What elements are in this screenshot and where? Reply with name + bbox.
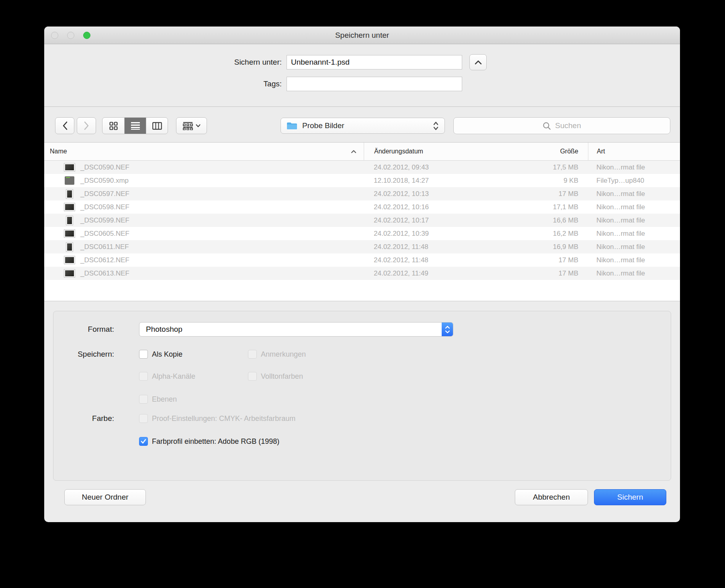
finder-toolbar: Probe Bilder Suchen: [44, 107, 680, 142]
format-select[interactable]: Photoshop: [139, 322, 453, 337]
save-dialog-window: Speichern unter Sichern unter: Tags:: [44, 27, 680, 522]
checkbox-box: [139, 350, 148, 359]
file-row[interactable]: _DSC0590.NEF 24.02.2012, 09:43 17,5 MB N…: [44, 161, 680, 174]
column-header-name[interactable]: Name: [44, 143, 364, 160]
sort-ascending-icon: [351, 150, 356, 153]
file-thumbnail-icon: [64, 202, 75, 212]
column-header-kind[interactable]: Art: [588, 143, 680, 160]
column-header-size[interactable]: Größe: [509, 143, 588, 160]
icon-view-button[interactable]: [102, 118, 124, 134]
save-button[interactable]: Sichern: [594, 489, 666, 505]
screen-background: Speichern unter Sichern unter: Tags:: [0, 0, 725, 588]
grid-view-icon: [109, 122, 118, 130]
checkbox-anmerkungen: Anmerkungen: [248, 350, 306, 359]
file-thumbnail-icon: [64, 215, 75, 226]
save-section-label: Speichern:: [53, 350, 114, 359]
location-popup-label: Probe Bilder: [302, 121, 433, 130]
file-row[interactable]: _DSC0598.NEF 24.02.2012, 10:16 17,1 MB N…: [44, 200, 680, 214]
column-view-button[interactable]: [146, 118, 168, 134]
file-row[interactable]: _DSC0599.NEF 24.02.2012, 10:17 16,6 MB N…: [44, 214, 680, 227]
checkbox-alpha-kanaele: Alpha-Kanäle: [139, 372, 248, 381]
color-section-label: Farbe:: [53, 414, 114, 423]
file-row[interactable]: _DSC0605.NEF 24.02.2012, 10:39 16,2 MB N…: [44, 227, 680, 240]
file-thumbnail-icon: [64, 189, 75, 199]
filename-input[interactable]: [287, 55, 462, 69]
file-row[interactable]: _DSC0612.NEF 24.02.2012, 11:48 17 MB Nik…: [44, 253, 680, 267]
color-row-2: Farbprofil einbetten: Adobe RGB (1998): [53, 437, 671, 446]
window-title: Speichern unter: [335, 31, 389, 40]
up-down-chevrons-icon: [433, 121, 439, 131]
dialog-footer: Neuer Ordner Abbrechen Sichern: [44, 489, 680, 505]
checkbox-farbprofil-einbetten[interactable]: Farbprofil einbetten: Adobe RGB (1998): [139, 437, 279, 446]
back-button[interactable]: [55, 117, 74, 134]
file-rows: _DSC0590.NEF 24.02.2012, 09:43 17,5 MB N…: [44, 161, 680, 280]
minimize-button[interactable]: [67, 32, 74, 39]
save-checkbox-row-3: Ebenen: [53, 395, 671, 404]
file-thumbnail-icon: [64, 242, 75, 252]
file-row[interactable]: _DSC0590.xmp 12.10.2018, 14:27 9 KB File…: [44, 174, 680, 187]
list-view-icon: [131, 122, 140, 130]
new-folder-button[interactable]: Neuer Ordner: [64, 489, 146, 505]
list-view-button[interactable]: [124, 118, 146, 134]
view-segmented-control: [102, 117, 168, 134]
checkbox-checked-box: [139, 437, 148, 446]
forward-button[interactable]: [77, 117, 96, 134]
zoom-button[interactable]: [83, 32, 90, 39]
list-header: Name Änderungsdatum Größe Art: [44, 142, 680, 161]
checkbox-box: [139, 395, 148, 404]
chevron-down-icon: [196, 124, 201, 127]
file-row[interactable]: _DSC0613.NEF 24.02.2012, 11:49 17 MB Nik…: [44, 267, 680, 280]
checkbox-volltonfarben: Volltonfarben: [248, 372, 303, 381]
blue-folder-icon: [287, 122, 297, 130]
format-row: Format: Photoshop: [53, 322, 671, 337]
title-bar: Speichern unter: [44, 27, 680, 44]
group-by-button[interactable]: [176, 117, 207, 134]
checkbox-box: [248, 372, 257, 381]
search-placeholder: Suchen: [555, 121, 581, 130]
format-label: Format:: [53, 325, 114, 334]
file-list: Name Änderungsdatum Größe Art _DSC0590.N…: [44, 142, 680, 301]
file-row[interactable]: _DSC0597.NEF 24.02.2012, 10:13 17 MB Nik…: [44, 187, 680, 200]
checkbox-box: [139, 414, 148, 423]
filename-label: Sichern unter:: [44, 58, 282, 67]
file-thumbnail-icon: [64, 176, 75, 186]
tags-label: Tags:: [44, 80, 282, 88]
magnifier-icon: [543, 122, 551, 130]
up-down-stepper-icon: [442, 323, 453, 336]
search-input[interactable]: Suchen: [453, 117, 670, 134]
save-checkbox-row-1: Speichern: Als Kopie Anmerkungen: [53, 350, 671, 359]
location-popup[interactable]: Probe Bilder: [281, 118, 445, 134]
close-button[interactable]: [51, 32, 58, 39]
chevron-up-icon: [475, 60, 482, 65]
column-view-icon: [152, 122, 162, 130]
group-by-icon: [183, 122, 193, 130]
checkbox-box: [139, 372, 148, 381]
expand-collapse-button[interactable]: [469, 54, 487, 70]
tags-input[interactable]: [287, 77, 462, 91]
file-thumbnail-icon: [64, 255, 75, 265]
column-header-date[interactable]: Änderungsdatum: [364, 143, 509, 160]
checkbox-als-kopie[interactable]: Als Kopie: [139, 350, 248, 359]
format-select-value: Photoshop: [146, 325, 182, 334]
checkbox-box: [248, 350, 257, 359]
file-row[interactable]: _DSC0611.NEF 24.02.2012, 11:48 16,9 MB N…: [44, 240, 680, 253]
save-options-panel: Format: Photoshop Speichern:: [53, 311, 671, 481]
file-thumbnail-icon: [64, 268, 75, 279]
chevron-right-icon: [84, 121, 89, 130]
chevron-left-icon: [62, 121, 68, 130]
cancel-button[interactable]: Abbrechen: [515, 489, 588, 505]
file-thumbnail-icon: [64, 162, 75, 173]
color-row-1: Farbe: Proof-Einstellungen: CMYK- Arbeit…: [53, 414, 671, 423]
save-form: Sichern unter: Tags:: [44, 44, 680, 107]
save-checkbox-row-2: Alpha-Kanäle Volltonfarben: [53, 372, 671, 381]
traffic-lights: [51, 32, 90, 39]
file-thumbnail-icon: [64, 229, 75, 239]
checkbox-ebenen: Ebenen: [139, 395, 177, 404]
checkbox-proof-einstellungen: Proof-Einstellungen: CMYK- Arbeitsfarbra…: [139, 414, 295, 423]
list-empty-area: [44, 280, 680, 301]
